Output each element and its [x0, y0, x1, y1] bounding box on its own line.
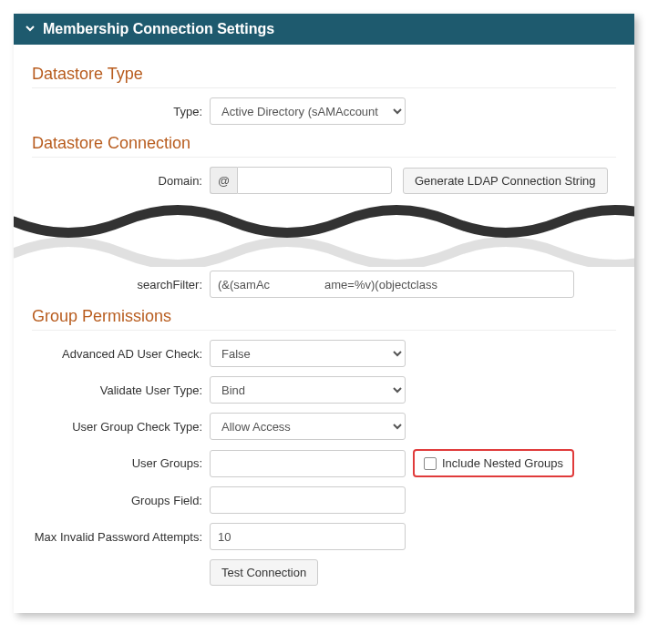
- row-domain: Domain: @ Generate LDAP Connection Strin…: [32, 167, 616, 194]
- label-validate-user: Validate User Type:: [32, 383, 210, 397]
- row-search-filter: searchFilter: (&(samAc ame=%v)(objectcla…: [32, 271, 616, 298]
- input-groups-field[interactable]: [210, 486, 406, 514]
- include-nested-highlight: Include Nested Groups: [413, 449, 574, 477]
- row-type: Type: Active Directory (sAMAccount: [32, 97, 616, 125]
- select-group-check[interactable]: Allow Access: [210, 413, 406, 440]
- label-user-groups: User Groups:: [32, 456, 210, 470]
- label-domain: Domain:: [32, 174, 210, 188]
- label-group-check: User Group Check Type:: [32, 420, 210, 434]
- row-group-check: User Group Check Type: Allow Access: [32, 413, 616, 440]
- input-max-invalid[interactable]: [210, 523, 406, 550]
- label-search-filter: searchFilter:: [133, 278, 202, 291]
- row-groups-field: Groups Field:: [32, 486, 616, 514]
- panel-header[interactable]: Membership Connection Settings: [14, 14, 634, 45]
- row-user-groups: User Groups: Include Nested Groups: [32, 449, 616, 477]
- settings-panel: Membership Connection Settings Datastore…: [14, 14, 634, 613]
- checkbox-include-nested[interactable]: [424, 457, 437, 470]
- row-advanced-check: Advanced AD User Check: False: [32, 340, 616, 367]
- select-validate-user[interactable]: Bind: [210, 376, 406, 404]
- section-datastore-type-title: Datastore Type: [32, 65, 616, 88]
- panel-title: Membership Connection Settings: [43, 21, 274, 37]
- label-advanced-check: Advanced AD User Check:: [32, 347, 210, 361]
- row-max-invalid: Max Invalid Password Attempts:: [32, 523, 616, 550]
- panel-body: Datastore Type Type: Active Directory (s…: [14, 45, 634, 613]
- test-connection-button[interactable]: Test Connection: [210, 559, 318, 586]
- input-search-filter[interactable]: (&(samAc ame=%v)(objectclass: [210, 271, 574, 298]
- label-type: Type:: [32, 105, 210, 118]
- input-domain[interactable]: [237, 167, 392, 194]
- generate-ldap-button[interactable]: Generate LDAP Connection String: [403, 168, 608, 194]
- select-type[interactable]: Active Directory (sAMAccount: [210, 97, 406, 125]
- row-validate-user: Validate User Type: Bind: [32, 376, 616, 404]
- row-test-connection: Test Connection: [32, 559, 616, 586]
- section-datastore-connection-title: Datastore Connection: [32, 134, 616, 158]
- label-max-invalid: Max Invalid Password Attempts:: [32, 530, 210, 544]
- torn-separator: [14, 203, 634, 267]
- select-advanced-check[interactable]: False: [210, 340, 406, 367]
- chevron-down-icon: [25, 21, 36, 37]
- section-group-permissions-title: Group Permissions: [32, 307, 616, 331]
- at-icon: @: [210, 167, 237, 194]
- label-groups-field: Groups Field:: [32, 494, 210, 507]
- label-include-nested: Include Nested Groups: [442, 456, 563, 470]
- input-user-groups[interactable]: [210, 450, 406, 477]
